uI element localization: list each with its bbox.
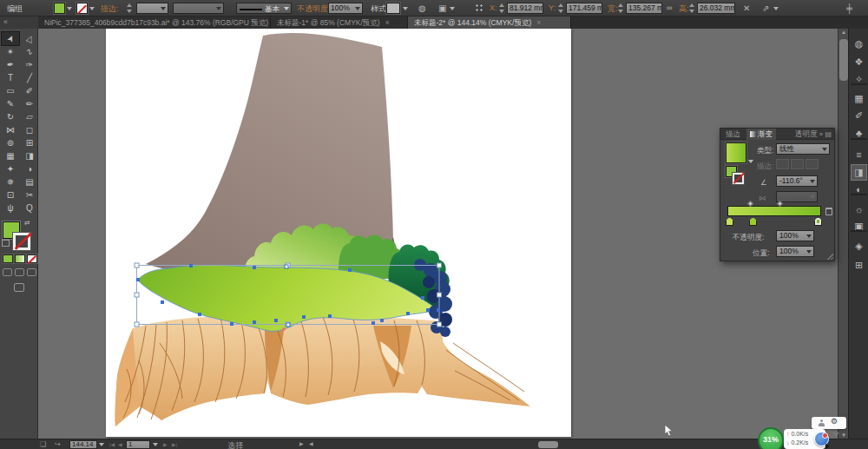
- perspective-grid-tool[interactable]: ⊞: [21, 136, 38, 149]
- gradient-stop-0[interactable]: [726, 217, 733, 226]
- swatches-panel-icon[interactable]: ❖: [852, 55, 866, 69]
- shape-builder-tool[interactable]: ⊚: [2, 136, 19, 149]
- gradient-slider[interactable]: [727, 206, 821, 216]
- status-icon-1[interactable]: ❏: [40, 440, 46, 448]
- swap-fill-stroke-icon[interactable]: ⇄: [24, 219, 30, 227]
- brush-definition-dropdown[interactable]: 基本: [236, 3, 292, 14]
- fill-caret-icon[interactable]: [67, 7, 72, 10]
- shaper-tool[interactable]: ✏: [21, 97, 38, 110]
- zoom-caret-icon[interactable]: [99, 443, 104, 446]
- gradient-swatch[interactable]: [726, 142, 746, 163]
- color-guide-panel-icon[interactable]: ◍: [852, 36, 866, 51]
- artboards-panel-icon[interactable]: ⊞: [852, 258, 866, 273]
- gradient-type-dropdown[interactable]: 线性: [776, 143, 830, 155]
- reference-point-locator[interactable]: [475, 3, 484, 13]
- magic-wand-tool[interactable]: ✴: [2, 45, 19, 58]
- stroke-weight-field[interactable]: [136, 3, 168, 14]
- shear-caret-icon[interactable]: [773, 7, 779, 10]
- stroke-caret-icon[interactable]: [89, 7, 95, 10]
- eyedropper-tool[interactable]: ✦: [2, 162, 19, 175]
- h-field[interactable]: 26.032 mm: [697, 3, 735, 14]
- horizontal-scroll-thumb[interactable]: [538, 441, 558, 448]
- free-transform-tool[interactable]: ◻: [21, 123, 38, 136]
- percent-badge[interactable]: 31%: [758, 427, 784, 449]
- direct-selection-tool[interactable]: ▷: [21, 32, 38, 45]
- artboard-caret-icon[interactable]: [153, 443, 158, 446]
- gp-stroke-proxy[interactable]: [733, 173, 744, 184]
- y-field[interactable]: 171.459 m: [566, 3, 602, 14]
- stroke-weight-label[interactable]: 描边:: [101, 3, 119, 15]
- selection-tool[interactable]: ➤: [2, 32, 19, 45]
- draw-normal-button[interactable]: [3, 268, 12, 276]
- stroke-color-swatch[interactable]: [76, 3, 88, 14]
- style-caret-icon[interactable]: [403, 7, 408, 10]
- vertical-scrollbar[interactable]: ▲ ▼: [838, 29, 848, 439]
- h-stepper[interactable]: [689, 3, 695, 13]
- brushes-panel-icon[interactable]: ✐: [852, 109, 866, 123]
- w-field[interactable]: 135.267 m: [626, 3, 662, 14]
- layers-panel-icon[interactable]: ◈: [852, 239, 866, 254]
- recolor-artwork-icon[interactable]: ◍: [418, 3, 426, 14]
- tools-collapse-button[interactable]: «: [0, 17, 38, 29]
- scale-tool[interactable]: ▱: [21, 110, 38, 123]
- zoom-tool[interactable]: Q: [21, 201, 38, 215]
- slice-tool[interactable]: ✂: [21, 188, 38, 201]
- x-field[interactable]: 81.912 mm: [507, 3, 543, 14]
- document-tab-3[interactable]: 未标题-2* @ 144.14% (CMYK/预览)×: [408, 17, 571, 29]
- vertical-scroll-thumb[interactable]: [839, 39, 848, 81]
- none-mode-button[interactable]: [27, 254, 37, 263]
- transform-icon[interactable]: ✕: [743, 3, 750, 14]
- panel-menu-icon[interactable]: » ▤: [819, 129, 832, 140]
- w-stepper[interactable]: [618, 3, 624, 13]
- screen-mode-button[interactable]: [14, 283, 24, 292]
- pattern-panel-icon[interactable]: ▦: [852, 91, 866, 106]
- overlay-tool-pill[interactable]: ⚙: [812, 417, 846, 429]
- panel-toggle-icon[interactable]: ╪: [846, 3, 852, 14]
- prev-artboard-icon[interactable]: ◀: [118, 441, 122, 447]
- tab-gradient[interactable]: 渐变: [746, 129, 776, 140]
- line-segment-tool[interactable]: ╱: [21, 71, 38, 84]
- gradient-stop-25[interactable]: [749, 217, 757, 226]
- default-fill-stroke-icon[interactable]: [2, 240, 10, 247]
- appearance-panel-icon[interactable]: ☼: [852, 202, 866, 217]
- column-graph-tool[interactable]: ▤: [21, 175, 38, 188]
- lasso-tool[interactable]: ∿: [21, 45, 38, 58]
- next-artboard-icon[interactable]: ▶: [163, 441, 168, 447]
- hscroll-right-icon[interactable]: ◀: [309, 440, 313, 446]
- artboard[interactable]: [106, 29, 571, 437]
- gradient-stop-100[interactable]: [814, 217, 822, 226]
- pencil-tool[interactable]: ✎: [2, 97, 19, 110]
- style-swatch[interactable]: [386, 3, 400, 14]
- gradient-tool[interactable]: ◨: [21, 149, 38, 162]
- document-tab-1[interactable]: NiPic_377385_406b9cdd7b17c93b.ai* @ 143.…: [38, 17, 271, 29]
- tab-transparency[interactable]: 透明度: [792, 129, 821, 140]
- status-icon-2[interactable]: ↪: [55, 440, 61, 448]
- select-similar-caret-icon[interactable]: [450, 7, 455, 10]
- zoom-level-field[interactable]: 144.14: [69, 440, 97, 449]
- x-stepper[interactable]: [499, 3, 505, 13]
- width-profile-dropdown[interactable]: [173, 3, 224, 14]
- rotate-tool[interactable]: ↻: [2, 110, 19, 123]
- stroke-panel-icon[interactable]: ≡: [852, 148, 866, 162]
- select-similar-icon[interactable]: ▣: [438, 3, 446, 14]
- last-artboard-icon[interactable]: ▶|: [172, 441, 177, 447]
- gradient-panel-icon[interactable]: ◨: [852, 165, 866, 180]
- paintbrush-tool[interactable]: ✐: [21, 84, 38, 97]
- width-tool[interactable]: ⋈: [2, 123, 19, 136]
- pen-tool[interactable]: ✒: [2, 58, 19, 71]
- tab-close-icon[interactable]: ×: [536, 18, 541, 27]
- tree-stump-artwork[interactable]: [106, 29, 571, 437]
- first-artboard-icon[interactable]: |◀: [109, 441, 115, 447]
- rectangle-tool[interactable]: ▭: [2, 84, 19, 97]
- delete-stop-icon[interactable]: [825, 208, 832, 215]
- gp-opacity-field[interactable]: 100%: [776, 230, 814, 241]
- panel-resize-grip[interactable]: [827, 254, 833, 260]
- curvature-tool[interactable]: ✑: [21, 58, 38, 71]
- draw-inside-button[interactable]: [27, 268, 36, 276]
- opacity-field[interactable]: 100%: [328, 3, 363, 14]
- hscroll-left-icon[interactable]: ▶: [299, 440, 304, 446]
- scroll-up-icon[interactable]: ▲: [841, 30, 846, 35]
- artboard-number-field[interactable]: 1: [126, 440, 150, 449]
- constrain-link-icon[interactable]: ∞: [667, 3, 672, 14]
- gp-position-field[interactable]: 100%: [776, 246, 814, 257]
